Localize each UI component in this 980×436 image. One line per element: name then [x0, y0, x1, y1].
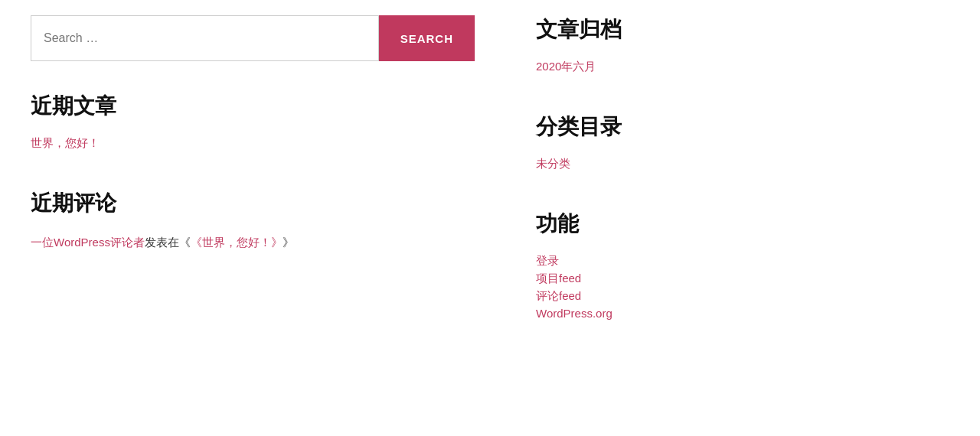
function-link-login[interactable]: 登录: [536, 254, 949, 268]
function-links: 登录 项目feed 评论feed WordPress.org: [536, 254, 949, 320]
search-input[interactable]: [31, 15, 379, 61]
comment-post-link[interactable]: 《世界，您好！》: [191, 236, 283, 249]
recent-comments-section: 近期评论 一位WordPress评论者发表在《《世界，您好！》》: [31, 189, 475, 252]
category-item[interactable]: 未分类: [536, 157, 949, 171]
archive-section: 文章归档 2020年六月: [536, 15, 949, 74]
recent-post-item[interactable]: 世界，您好！: [31, 136, 475, 151]
search-button[interactable]: SEARCH: [379, 15, 475, 61]
archive-heading: 文章归档: [536, 15, 949, 44]
function-link-wordpress[interactable]: WordPress.org: [536, 307, 949, 320]
comment-item: 一位WordPress评论者发表在《《世界，您好！》》: [31, 233, 475, 252]
recent-posts-heading: 近期文章: [31, 92, 475, 121]
recent-posts-section: 近期文章 世界，您好！: [31, 92, 475, 151]
function-section: 功能 登录 项目feed 评论feed WordPress.org: [536, 210, 949, 320]
category-section: 分类目录 未分类: [536, 112, 949, 171]
right-column: 文章归档 2020年六月 分类目录 未分类 功能 登录 项目feed 评论fee…: [505, 15, 949, 350]
category-heading: 分类目录: [536, 112, 949, 142]
commenter-link[interactable]: 一位WordPress评论者: [31, 236, 145, 249]
search-section: SEARCH: [31, 15, 475, 61]
page-layout: SEARCH 近期文章 世界，您好！ 近期评论 一位WordPress评论者发表…: [0, 0, 980, 366]
function-link-comments-feed[interactable]: 评论feed: [536, 289, 949, 304]
recent-comments-heading: 近期评论: [31, 189, 475, 218]
archive-item[interactable]: 2020年六月: [536, 60, 949, 74]
left-column: SEARCH 近期文章 世界，您好！ 近期评论 一位WordPress评论者发表…: [31, 15, 505, 350]
function-heading: 功能: [536, 210, 949, 239]
function-link-feed[interactable]: 项目feed: [536, 272, 949, 286]
